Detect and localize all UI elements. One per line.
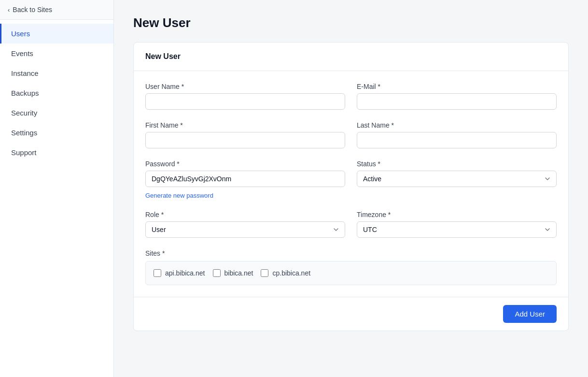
back-to-sites-label: Back to Sites bbox=[13, 6, 52, 14]
site-checkbox-cp[interactable] bbox=[261, 269, 268, 277]
sites-label: Sites * bbox=[145, 249, 557, 257]
row-username-email: User Name * E-Mail * bbox=[145, 83, 557, 110]
timezone-select[interactable]: UTC EST bbox=[357, 221, 557, 238]
back-chevron-icon: ‹ bbox=[8, 6, 10, 14]
site-item-api[interactable]: api.bibica.net bbox=[154, 269, 205, 277]
sidebar: ‹ Back to Sites Users Events Instance Ba… bbox=[0, 0, 114, 377]
password-group: Password * Generate new password bbox=[145, 160, 345, 199]
sidebar-item-users[interactable]: Users bbox=[0, 24, 113, 44]
firstname-group: First Name * bbox=[145, 121, 345, 148]
timezone-label: Timezone * bbox=[357, 211, 557, 218]
sidebar-item-support[interactable]: Support bbox=[0, 143, 113, 162]
row-firstname-lastname: First Name * Last Name * bbox=[145, 121, 557, 148]
row-password-status: Password * Generate new password Status … bbox=[145, 160, 557, 199]
site-label-cp: cp.bibica.net bbox=[272, 269, 310, 277]
lastname-input[interactable] bbox=[357, 132, 557, 148]
site-checkbox-bibica[interactable] bbox=[213, 269, 221, 277]
sidebar-item-events[interactable]: Events bbox=[0, 44, 113, 63]
sites-container: api.bibica.net bibica.net cp.bibica.net bbox=[145, 261, 557, 285]
sites-section: Sites * api.bibica.net bibica.net cp.bib… bbox=[145, 249, 557, 285]
email-group: E-Mail * bbox=[357, 83, 557, 110]
site-label-bibica: bibica.net bbox=[224, 269, 253, 277]
site-item-cp[interactable]: cp.bibica.net bbox=[261, 269, 310, 277]
sidebar-item-instance[interactable]: Instance bbox=[0, 63, 113, 83]
generate-password-link[interactable]: Generate new password bbox=[145, 192, 345, 199]
card-body: User Name * E-Mail * First Name * Last N… bbox=[134, 71, 568, 297]
lastname-label: Last Name * bbox=[357, 121, 557, 129]
email-label: E-Mail * bbox=[357, 83, 557, 90]
status-label: Status * bbox=[357, 160, 557, 168]
username-label: User Name * bbox=[145, 83, 345, 90]
page-title: New User bbox=[133, 15, 569, 30]
card-footer: Add User bbox=[134, 297, 568, 331]
site-checkbox-api[interactable] bbox=[154, 269, 161, 277]
site-label-api: api.bibica.net bbox=[165, 269, 205, 277]
firstname-input[interactable] bbox=[145, 132, 345, 148]
timezone-group: Timezone * UTC EST bbox=[357, 211, 557, 238]
sidebar-item-security[interactable]: Security bbox=[0, 103, 113, 123]
back-to-sites-link[interactable]: ‹ Back to Sites bbox=[0, 0, 113, 20]
status-group: Status * Active Inactive bbox=[357, 160, 557, 199]
role-group: Role * User Admin bbox=[145, 211, 345, 238]
password-input[interactable] bbox=[145, 171, 345, 187]
username-input[interactable] bbox=[145, 93, 345, 110]
username-group: User Name * bbox=[145, 83, 345, 110]
card-title: New User bbox=[134, 43, 568, 71]
row-role-timezone: Role * User Admin Timezone * UTC EST bbox=[145, 211, 557, 238]
new-user-card: New User User Name * E-Mail * First Name… bbox=[133, 42, 569, 331]
role-label: Role * bbox=[145, 211, 345, 218]
main-content: New User New User User Name * E-Mail * F… bbox=[114, 0, 588, 377]
site-item-bibica[interactable]: bibica.net bbox=[213, 269, 253, 277]
status-select[interactable]: Active Inactive bbox=[357, 171, 557, 187]
add-user-button[interactable]: Add User bbox=[503, 305, 557, 323]
password-label: Password * bbox=[145, 160, 345, 168]
sidebar-item-settings[interactable]: Settings bbox=[0, 123, 113, 143]
sidebar-item-backups[interactable]: Backups bbox=[0, 83, 113, 103]
lastname-group: Last Name * bbox=[357, 121, 557, 148]
email-input[interactable] bbox=[357, 93, 557, 110]
role-select[interactable]: User Admin bbox=[145, 221, 345, 238]
nav-menu: Users Events Instance Backups Security S… bbox=[0, 20, 113, 166]
firstname-label: First Name * bbox=[145, 121, 345, 129]
